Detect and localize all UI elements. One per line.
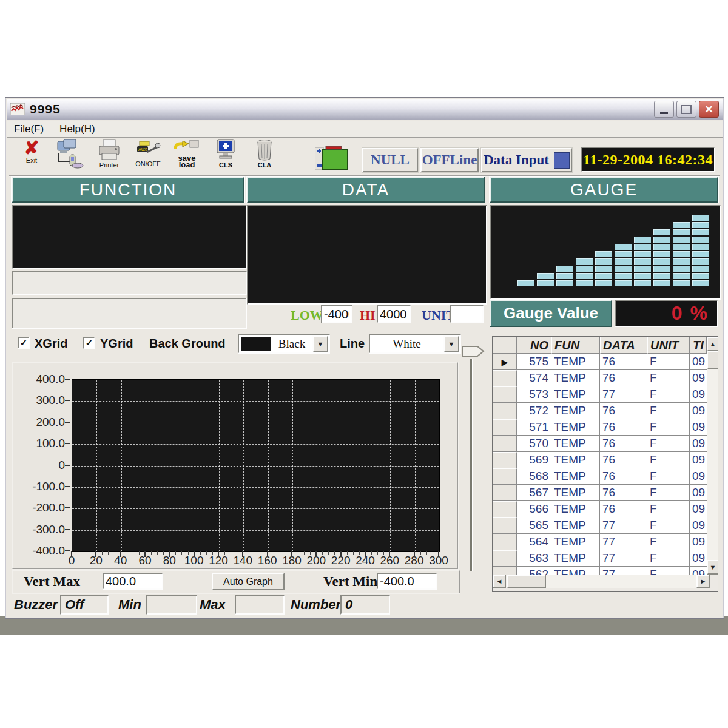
data-table[interactable]: NOFUNDATAUNITTI▶575TEMP76F09574TEMP76F09… — [492, 336, 718, 592]
v-scrollbar-thumb[interactable] — [707, 351, 718, 369]
background-select[interactable]: Black ▼ — [238, 334, 330, 354]
max-value — [235, 595, 285, 615]
gauge-value-label: Gauge Value — [490, 300, 612, 327]
row-selector-cell — [493, 403, 517, 419]
table-row[interactable]: 567TEMP76F09 — [493, 485, 707, 501]
table-column-header[interactable]: FUN — [551, 337, 600, 354]
low-input[interactable] — [321, 305, 352, 323]
hi-input[interactable] — [377, 305, 411, 323]
unit-input[interactable] — [450, 305, 484, 323]
connect-button[interactable] — [55, 139, 86, 173]
graph-options-row: ✓ XGrid ✓ YGrid Back Ground Black ▼ Line… — [12, 333, 467, 357]
scroll-down-icon[interactable]: ▼ — [707, 560, 718, 575]
chevron-down-icon[interactable]: ▼ — [443, 335, 459, 352]
min-value — [146, 595, 197, 615]
on-off-button[interactable]: AUX ON/OFF — [133, 139, 163, 173]
svg-text:AUX: AUX — [138, 147, 147, 152]
gauge-bars — [517, 206, 713, 286]
auto-graph-button[interactable]: Auto Graph — [212, 573, 285, 590]
table-cell: 76 — [600, 452, 647, 468]
table-row[interactable]: 573TEMP77F09 — [493, 386, 707, 403]
printer-button[interactable]: Printer — [94, 139, 124, 173]
table-selector-header[interactable] — [493, 337, 517, 354]
table-cell: TEMP — [551, 550, 600, 567]
chevron-down-icon[interactable]: ▼ — [312, 335, 328, 352]
toolbar: ✘ Exit Printer — [9, 139, 289, 175]
y-tick-label: 400.0 — [13, 372, 65, 386]
table-row[interactable]: 564TEMP77F09 — [493, 534, 707, 550]
gauge-bar-column — [615, 244, 632, 286]
save-load-button[interactable]: save load — [172, 139, 202, 173]
table-cell: 76 — [600, 468, 647, 485]
table-cell: 76 — [600, 419, 647, 436]
y-tick-label: 100.0 — [13, 437, 65, 450]
table-cell: 574 — [517, 370, 551, 386]
table-cell: 568 — [517, 468, 551, 485]
scroll-left-icon[interactable]: ◄ — [493, 575, 506, 588]
cls-button[interactable]: CLS — [211, 139, 241, 173]
scroll-right-icon[interactable]: ► — [696, 575, 710, 588]
function-subdisplay-1 — [12, 271, 247, 295]
gauge-bar-column — [692, 215, 709, 286]
table-cell: 09 — [690, 517, 707, 534]
offline-indicator[interactable]: OFFLine — [420, 148, 479, 172]
graph-slider-thumb[interactable] — [462, 345, 486, 359]
ygrid-checkbox[interactable]: ✓ — [83, 337, 95, 349]
data-input-indicator[interactable]: Data Input — [481, 148, 572, 172]
table-row[interactable]: 568TEMP76F09 — [493, 468, 707, 485]
table-row[interactable]: 571TEMP76F09 — [493, 419, 707, 436]
scroll-up-icon[interactable]: ▲ — [707, 337, 718, 351]
window-titlebar[interactable]: 9995 ✕ — [7, 99, 723, 120]
table-row[interactable]: 572TEMP76F09 — [493, 403, 707, 419]
app-window: 9995 ✕ File(F) Help(H) ✘ Exit — [5, 97, 724, 619]
table-cell: 09 — [690, 550, 707, 567]
max-label: Max — [200, 597, 226, 613]
menu-help[interactable]: Help(H) — [59, 123, 95, 135]
table-row[interactable]: 565TEMP77F09 — [493, 517, 707, 534]
trash-icon — [255, 139, 274, 162]
vert-max-input[interactable] — [103, 573, 163, 590]
gauge-bar-column — [517, 280, 534, 286]
table-cell: F — [647, 452, 690, 468]
null-indicator[interactable]: NULL — [362, 148, 418, 172]
table-cell: 76 — [600, 436, 647, 452]
table-column-header[interactable]: NO — [517, 337, 551, 354]
close-button[interactable]: ✕ — [699, 101, 719, 118]
table-row[interactable]: ▶575TEMP76F09 — [493, 354, 707, 370]
y-tick-label: -400.0 — [13, 544, 65, 558]
table-column-header[interactable]: TI — [690, 337, 707, 354]
table-column-header[interactable]: UNIT — [647, 337, 690, 354]
plot-area — [72, 379, 440, 552]
data-input-led — [554, 152, 570, 169]
exit-button[interactable]: ✘ Exit — [16, 139, 47, 173]
table-row[interactable]: 566TEMP76F09 — [493, 501, 707, 517]
table-cell: 572 — [517, 403, 551, 419]
v-scrollbar-track[interactable] — [707, 351, 718, 560]
clock-display: 11-29-2004 16:42:34 — [581, 147, 715, 172]
cls-icon — [215, 139, 237, 162]
ygrid-label: YGrid — [100, 337, 133, 351]
vert-min-input[interactable] — [377, 573, 437, 590]
maximize-button[interactable] — [676, 101, 696, 118]
cla-button[interactable]: CLA — [249, 139, 280, 173]
h-scrollbar-thumb[interactable] — [507, 575, 546, 588]
save-load-icon — [173, 139, 201, 155]
minimize-button[interactable] — [654, 101, 674, 118]
graph-slider-track[interactable] — [470, 359, 473, 571]
table-row[interactable]: 569TEMP76F09 — [493, 452, 707, 468]
gauge-bar-column — [653, 229, 670, 286]
line-select[interactable]: White ▼ — [369, 334, 461, 354]
table-row[interactable]: 570TEMP76F09 — [493, 436, 707, 452]
vert-max-label: Vert Max — [24, 574, 80, 590]
table-column-header[interactable]: DATA — [600, 337, 647, 354]
function-header: FUNCTION — [12, 177, 244, 203]
y-tick-label: -200.0 — [13, 501, 65, 514]
table-cell: F — [647, 501, 690, 517]
table-row[interactable]: 563TEMP77F09 — [493, 550, 707, 567]
table-cell: TEMP — [551, 403, 600, 419]
xgrid-checkbox[interactable]: ✓ — [18, 337, 30, 349]
app-icon — [10, 103, 25, 115]
gauge-value-display: 0 % — [615, 300, 718, 327]
menu-file[interactable]: File(F) — [14, 123, 44, 135]
table-row[interactable]: 574TEMP76F09 — [493, 370, 707, 386]
